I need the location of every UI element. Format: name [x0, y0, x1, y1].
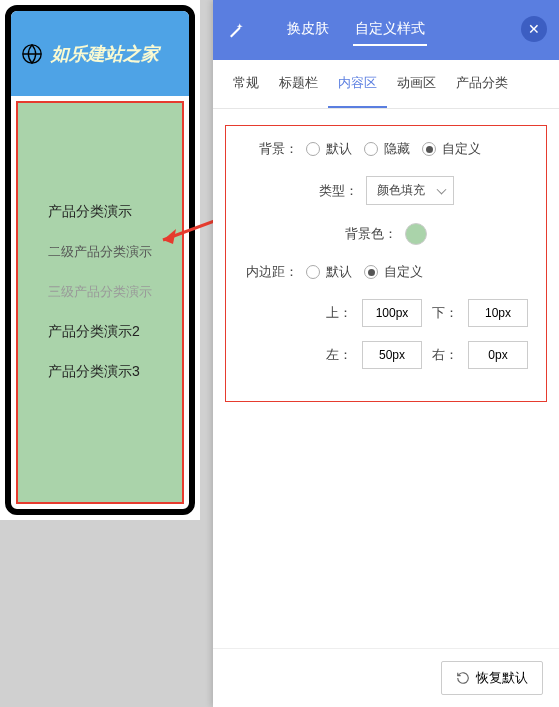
globe-icon — [21, 43, 43, 65]
pad-bottom-label: 下： — [432, 304, 458, 322]
radio-bg-hidden[interactable] — [364, 142, 378, 156]
radio-pad-custom[interactable] — [364, 265, 378, 279]
pad-left-label: 左： — [326, 346, 352, 364]
padding-top-bottom: 上： 下： — [238, 299, 534, 327]
type-select-value: 颜色填充 — [377, 183, 425, 197]
preview-frame: 如乐建站之家 产品分类演示 二级产品分类演示 三级产品分类演示 产品分类演示2 … — [5, 5, 195, 515]
form-box: 背景： 默认 隐藏 自定义 类型： 颜色填充 背景色： — [225, 125, 547, 402]
tab-custom-style[interactable]: 自定义样式 — [353, 14, 427, 46]
padding-radio-group: 默认 自定义 — [306, 263, 431, 281]
list-item[interactable]: 产品分类演示 — [48, 203, 182, 221]
list-item[interactable]: 二级产品分类演示 — [48, 243, 182, 261]
reset-button[interactable]: 恢复默认 — [441, 661, 543, 695]
background-row: 背景： 默认 隐藏 自定义 — [238, 140, 534, 158]
background-label: 背景： — [238, 140, 298, 158]
padding-row: 内边距： 默认 自定义 — [238, 263, 534, 281]
bgcolor-swatch[interactable] — [405, 223, 427, 245]
magic-wand-icon — [227, 21, 245, 39]
pad-left-input[interactable] — [362, 341, 422, 369]
radio-pad-custom-label: 自定义 — [384, 263, 423, 281]
pad-right-input[interactable] — [468, 341, 528, 369]
subtab-animation[interactable]: 动画区 — [387, 60, 446, 108]
type-select[interactable]: 颜色填充 — [366, 176, 454, 205]
subtab-product-cat[interactable]: 产品分类 — [446, 60, 518, 108]
bgcolor-row: 背景色： — [238, 223, 534, 245]
radio-bg-default[interactable] — [306, 142, 320, 156]
pad-bottom-input[interactable] — [468, 299, 528, 327]
pad-right-label: 右： — [432, 346, 458, 364]
preview-header: 如乐建站之家 — [11, 11, 189, 96]
pad-top-label: 上： — [326, 304, 352, 322]
pad-top-input[interactable] — [362, 299, 422, 327]
background-radio-group: 默认 隐藏 自定义 — [306, 140, 489, 158]
radio-bg-custom[interactable] — [422, 142, 436, 156]
form-area: 背景： 默认 隐藏 自定义 类型： 颜色填充 背景色： — [213, 109, 559, 648]
style-panel: 换皮肤 自定义样式 ✕ 常规 标题栏 内容区 动画区 产品分类 背景： 默认 隐… — [213, 0, 559, 707]
type-label: 类型： — [319, 182, 358, 200]
content-box: 产品分类演示 二级产品分类演示 三级产品分类演示 产品分类演示2 产品分类演示3 — [16, 101, 184, 504]
top-tabs: 换皮肤 自定义样式 — [285, 14, 427, 46]
subtab-general[interactable]: 常规 — [223, 60, 269, 108]
radio-pad-default[interactable] — [306, 265, 320, 279]
site-title: 如乐建站之家 — [51, 42, 159, 66]
reset-button-label: 恢复默认 — [476, 669, 528, 687]
type-row: 类型： 颜色填充 — [238, 176, 534, 205]
close-icon: ✕ — [528, 21, 540, 37]
tab-skin[interactable]: 换皮肤 — [285, 14, 331, 46]
radio-pad-default-label: 默认 — [326, 263, 352, 281]
radio-bg-hidden-label: 隐藏 — [384, 140, 410, 158]
subtab-titlebar[interactable]: 标题栏 — [269, 60, 328, 108]
subtabs: 常规 标题栏 内容区 动画区 产品分类 — [213, 60, 559, 109]
panel-footer: 恢复默认 — [213, 648, 559, 707]
preview-area: 如乐建站之家 产品分类演示 二级产品分类演示 三级产品分类演示 产品分类演示2 … — [0, 0, 200, 520]
panel-header: 换皮肤 自定义样式 ✕ — [213, 0, 559, 60]
list-item[interactable]: 三级产品分类演示 — [48, 283, 182, 301]
radio-bg-default-label: 默认 — [326, 140, 352, 158]
padding-left-right: 左： 右： — [238, 341, 534, 369]
padding-label: 内边距： — [238, 263, 298, 281]
bgcolor-label: 背景色： — [345, 225, 397, 243]
list-item[interactable]: 产品分类演示2 — [48, 323, 182, 341]
list-item[interactable]: 产品分类演示3 — [48, 363, 182, 381]
preview-body: 产品分类演示 二级产品分类演示 三级产品分类演示 产品分类演示2 产品分类演示3 — [11, 96, 189, 509]
close-button[interactable]: ✕ — [521, 16, 547, 42]
subtab-content[interactable]: 内容区 — [328, 60, 387, 108]
undo-icon — [456, 671, 470, 685]
radio-bg-custom-label: 自定义 — [442, 140, 481, 158]
